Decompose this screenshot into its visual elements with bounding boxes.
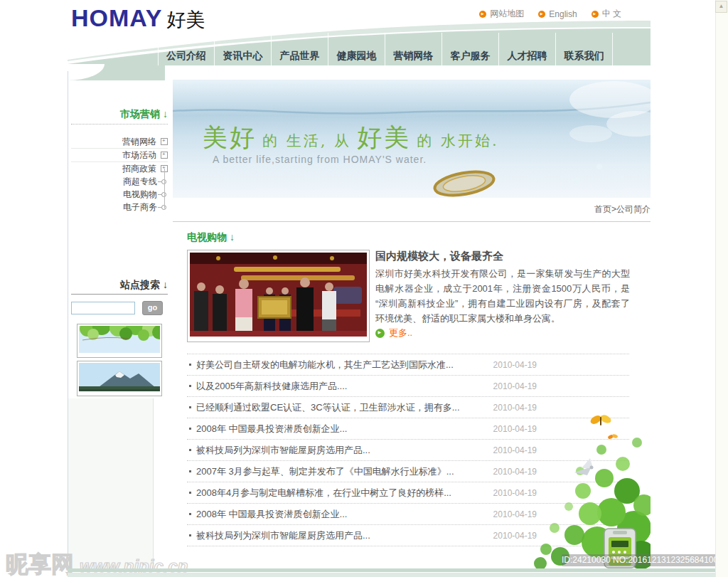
news-date: 2010-04-19 — [493, 403, 537, 413]
scrollbar[interactable] — [715, 0, 728, 577]
menu-label: 招商政策 — [122, 163, 156, 175]
sidebar-item-investment-policy[interactable]: 招商政策 — [71, 162, 168, 175]
sidebar-right-border — [153, 398, 154, 568]
site-search-title-text: 站点搜索 — [120, 279, 160, 290]
footer-stripe-light — [68, 573, 728, 577]
sidebar-item-marketing-network[interactable]: 营销网络 — [71, 135, 168, 149]
sidebar-item-market-activity[interactable]: 市场活动 — [71, 149, 168, 162]
site-search-title: 站点搜索↓ — [71, 279, 168, 292]
headline-part: 的 水开始. — [417, 132, 498, 149]
homay-webpage: HOMAY 好美 网站地图 English 中 文 公司介绍 资讯中心 产品世界… — [0, 0, 728, 577]
arrow-down-icon: ↓ — [230, 231, 235, 243]
more-arrow-icon — [375, 329, 385, 338]
news-date: 2010-04-19 — [493, 424, 537, 434]
section-title: 电视购物↓ — [187, 231, 235, 244]
dove-icon — [574, 458, 594, 475]
bullet-square-icon — [189, 406, 191, 408]
sidebar-photo-mountain — [77, 361, 162, 396]
tree-decoration — [533, 406, 651, 568]
arrow-down-icon: ↓ — [163, 279, 168, 290]
site-search: go — [71, 301, 168, 315]
breadcrumb[interactable]: 首页>公司简介 — [173, 203, 651, 222]
sidebar-menu-title: 市场营销↓ — [71, 108, 168, 121]
english-link[interactable]: English — [538, 9, 577, 19]
news-link[interactable]: 2008年 中国最具投资潜质创新企业... — [196, 508, 347, 521]
sidebar-item-tv-shopping[interactable]: 电视购物 — [71, 188, 168, 201]
nav-marketing-network[interactable]: 营销网络 — [385, 33, 442, 65]
small-butterfly-icon — [607, 433, 618, 440]
sidebar-photo-trees — [77, 324, 162, 358]
more-label: 更多.. — [389, 327, 412, 339]
menu-label: 电子商务 — [123, 201, 157, 213]
menu-label: 电视购物 — [123, 189, 157, 201]
sitemap-label: 网站地图 — [490, 8, 524, 20]
news-link[interactable]: 被科技局列为深圳市智能屋厨房选用产品... — [196, 444, 370, 457]
award-ceremony-image — [190, 253, 367, 337]
news-link[interactable]: 2008年 中国最具投资潜质创新企业... — [196, 423, 347, 435]
chinese-link[interactable]: 中 文 — [592, 8, 621, 20]
news-date: 2010-04-19 — [493, 488, 537, 498]
bullet-square-icon — [189, 385, 191, 387]
scrollbar-up-button[interactable]: ▲ — [715, 1, 727, 13]
search-input[interactable] — [71, 302, 135, 314]
nipic-brand-text: 昵享网 — [6, 549, 74, 577]
news-date: 2010-04-19 — [493, 360, 537, 370]
news-link[interactable]: 已经顺利通过欧盟CE认证、3C等认证，卫生部涉水证，拥有多... — [196, 401, 460, 414]
orange-arrow-icon — [538, 11, 545, 18]
news-link[interactable]: 好美公司自主研发的电解功能水机，其生产工艺达到国际水准... — [196, 359, 454, 371]
sitemap-link[interactable]: 网站地图 — [479, 8, 524, 20]
nav-customer-service[interactable]: 客户服务 — [442, 33, 499, 65]
news-link[interactable]: 以及2005年高新科技健康选用产品.... — [196, 380, 347, 393]
section-title-text: 电视购物 — [187, 231, 227, 243]
news-date: 2010-04-19 — [493, 381, 537, 391]
bullet-square-icon — [189, 470, 191, 472]
nav-products[interactable]: 产品世界 — [272, 33, 328, 65]
headline-part: 好美 — [357, 123, 411, 152]
sidebar-menu: 营销网络 市场活动 招商政策 商超专线 电视购物 电子商务 — [71, 135, 168, 213]
news-link[interactable]: 被科技局列为深圳市智能屋厨房选用产品... — [196, 529, 370, 542]
menu-label: 商超专线 — [123, 176, 157, 188]
hero-banner: 美好 的 生活, 从 好美 的 水开始. A better life,start… — [173, 80, 651, 198]
footer-stripe-dark — [68, 568, 728, 572]
news-link[interactable]: 2008年4月参与制定电解槽标准，在行业中树立了良好的榜样... — [196, 487, 451, 499]
expand-plus-icon — [161, 152, 168, 159]
dotted-divider — [71, 124, 168, 125]
butterfly-icon — [589, 413, 613, 425]
news-date: 2010-04-19 — [493, 467, 537, 477]
bullet-square-icon — [189, 449, 191, 451]
expand-plus-icon — [161, 138, 168, 145]
nav-contact-us[interactable]: 联系我们 — [556, 33, 613, 65]
sidebar-bottom-panel — [68, 398, 153, 568]
news-date: 2010-04-19 — [493, 531, 537, 541]
orange-arrow-icon — [592, 11, 599, 18]
bullet-square-icon — [189, 513, 191, 515]
headline-part: 的 生活, 从 — [262, 132, 351, 149]
nav-company-intro[interactable]: 公司介绍 — [158, 33, 215, 65]
news-link[interactable]: 2007年 3月参与起草、制定并发布了《中国电解水行业标准》... — [196, 465, 454, 478]
search-divider — [71, 294, 168, 295]
search-go-button[interactable]: go — [142, 301, 163, 315]
article-body: 深圳市好美水科技开发有限公司，是一家集研发与生产的大型电解水器企业，成立于200… — [375, 266, 630, 326]
news-date: 2010-04-19 — [493, 509, 537, 519]
menu-connector-line — [164, 169, 165, 208]
more-link[interactable]: 更多.. — [375, 327, 412, 339]
nav-recruitment[interactable]: 人才招聘 — [499, 33, 556, 65]
nav-health[interactable]: 健康园地 — [328, 33, 385, 65]
sidebar-item-supermarket-line[interactable]: 商超专线 — [71, 175, 168, 188]
bullet-square-icon — [189, 534, 191, 536]
main-nav: 公司介绍 资讯中心 产品世界 健康园地 营销网络 客户服务 人才招聘 联系我们 — [158, 33, 613, 65]
article-photo[interactable] — [187, 250, 370, 342]
article-title: 国内规模较大，设备最齐全 — [375, 250, 631, 263]
banner-headline: 美好 的 生活, 从 好美 的 水开始. — [203, 121, 499, 154]
bullet-square-icon — [189, 364, 191, 366]
id-watermark: ID:24210030 NO:20161213123256841000 — [562, 554, 718, 566]
news-row: 以及2005年高新科技健康选用产品.... 2010-04-19 — [187, 376, 629, 397]
banner-subline: A better life,starting from HOMAY'S wate… — [213, 154, 427, 165]
nav-news-center[interactable]: 资讯中心 — [215, 33, 272, 65]
bullet-square-icon — [189, 492, 191, 494]
coin-graphic — [433, 168, 496, 198]
news-row: 好美公司自主研发的电解功能水机，其生产工艺达到国际水准... 2010-04-1… — [187, 354, 629, 376]
sidebar-item-ecommerce[interactable]: 电子商务 — [71, 201, 168, 213]
arrow-down-icon: ↓ — [163, 108, 168, 120]
news-date: 2010-04-19 — [493, 445, 537, 455]
